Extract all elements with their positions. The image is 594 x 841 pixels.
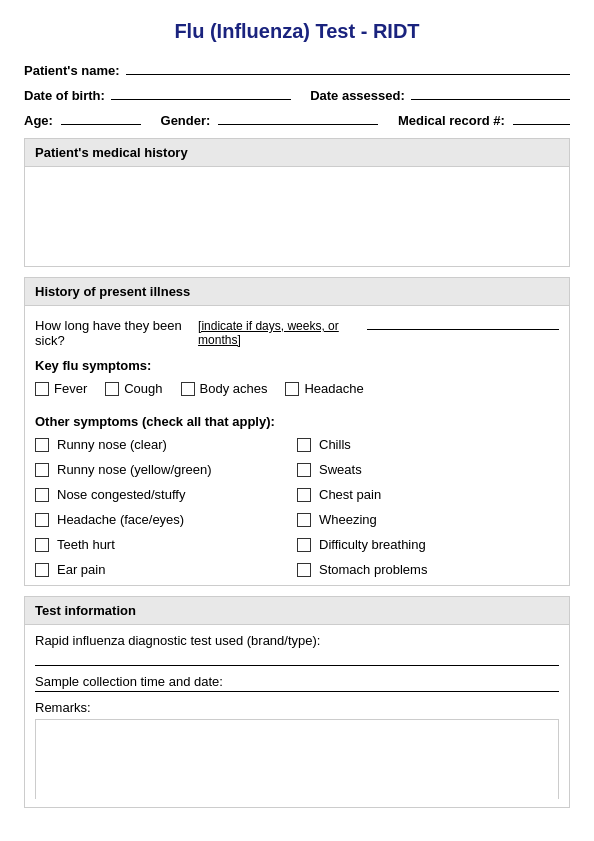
runny-clear-checkbox[interactable] <box>35 438 49 452</box>
medical-history-header: Patient's medical history <box>24 138 570 167</box>
key-symptoms-row: Fever Cough Body aches Headache <box>35 381 559 400</box>
stomach-problems-label: Stomach problems <box>319 562 427 577</box>
sym-sweats[interactable]: Sweats <box>297 462 559 477</box>
remarks-box-container <box>35 719 559 799</box>
ear-pain-checkbox[interactable] <box>35 563 49 577</box>
present-illness-header: History of present illness <box>24 277 570 306</box>
cough-label: Cough <box>124 381 162 396</box>
sym-chest-pain[interactable]: Chest pain <box>297 487 559 502</box>
date-assessed-label: Date assessed: <box>310 88 405 103</box>
rapid-test-input[interactable] <box>35 648 275 663</box>
dob-input[interactable] <box>111 84 291 100</box>
sym-headache-face[interactable]: Headache (face/eyes) <box>35 512 297 527</box>
chills-checkbox[interactable] <box>297 438 311 452</box>
sym-teeth-hurt[interactable]: Teeth hurt <box>35 537 297 552</box>
duration-input[interactable] <box>367 314 559 330</box>
patients-name-input[interactable] <box>126 59 570 75</box>
test-info-header: Test information <box>24 596 570 625</box>
chest-pain-label: Chest pain <box>319 487 381 502</box>
headache-checkbox[interactable] <box>285 382 299 396</box>
sym-difficulty-breathing[interactable]: Difficulty breathing <box>297 537 559 552</box>
body-aches-label: Body aches <box>200 381 268 396</box>
sym-runny-yellow[interactable]: Runny nose (yellow/green) <box>35 462 297 477</box>
wheezing-label: Wheezing <box>319 512 377 527</box>
duration-label: How long have they been sick? <box>35 318 192 348</box>
gender-input[interactable] <box>218 109 378 125</box>
sample-collection-label: Sample collection time and date: <box>35 674 223 689</box>
key-symptoms-label: Key flu symptoms: <box>35 358 559 373</box>
medical-history-textarea[interactable] <box>35 175 559 255</box>
medical-history-body <box>24 167 570 267</box>
present-illness-body: How long have they been sick? [indicate … <box>24 306 570 586</box>
fever-checkbox[interactable] <box>35 382 49 396</box>
key-sym-body-aches[interactable]: Body aches <box>181 381 268 396</box>
rapid-test-label: Rapid influenza diagnostic test used (br… <box>35 633 320 648</box>
rapid-test-row: Rapid influenza diagnostic test used (br… <box>35 633 559 666</box>
sym-stomach-problems[interactable]: Stomach problems <box>297 562 559 577</box>
difficulty-breathing-label: Difficulty breathing <box>319 537 426 552</box>
sample-collection-input[interactable] <box>227 674 467 689</box>
sample-collection-row: Sample collection time and date: <box>35 674 559 692</box>
remarks-textarea[interactable] <box>36 720 558 800</box>
runny-clear-label: Runny nose (clear) <box>57 437 167 452</box>
age-label: Age: <box>24 113 53 128</box>
sym-nose-congested[interactable]: Nose congested/stuffy <box>35 487 297 502</box>
gender-label: Gender: <box>161 113 211 128</box>
sym-ear-pain[interactable]: Ear pain <box>35 562 297 577</box>
wheezing-checkbox[interactable] <box>297 513 311 527</box>
other-symptoms-header: Other symptoms (check all that apply): <box>35 414 559 429</box>
headache-face-label: Headache (face/eyes) <box>57 512 184 527</box>
medical-record-label: Medical record #: <box>398 113 505 128</box>
other-symptoms-left-col: Runny nose (clear) Runny nose (yellow/gr… <box>35 437 297 577</box>
dob-label: Date of birth: <box>24 88 105 103</box>
test-info-body: Rapid influenza diagnostic test used (br… <box>24 625 570 808</box>
fever-label: Fever <box>54 381 87 396</box>
remarks-label: Remarks: <box>35 700 91 715</box>
sym-wheezing[interactable]: Wheezing <box>297 512 559 527</box>
nose-congested-checkbox[interactable] <box>35 488 49 502</box>
runny-yellow-label: Runny nose (yellow/green) <box>57 462 212 477</box>
ear-pain-label: Ear pain <box>57 562 105 577</box>
medical-record-input[interactable] <box>513 109 570 125</box>
chills-label: Chills <box>319 437 351 452</box>
sweats-checkbox[interactable] <box>297 463 311 477</box>
teeth-hurt-label: Teeth hurt <box>57 537 115 552</box>
key-sym-headache[interactable]: Headache <box>285 381 363 396</box>
headache-face-checkbox[interactable] <box>35 513 49 527</box>
runny-yellow-checkbox[interactable] <box>35 463 49 477</box>
other-symptoms-grid: Runny nose (clear) Runny nose (yellow/gr… <box>35 437 559 577</box>
difficulty-breathing-checkbox[interactable] <box>297 538 311 552</box>
duration-hint: [indicate if days, weeks, or months] <box>198 319 361 347</box>
teeth-hurt-checkbox[interactable] <box>35 538 49 552</box>
patients-name-label: Patient's name: <box>24 63 120 78</box>
date-assessed-input[interactable] <box>411 84 570 100</box>
other-symptoms-right-col: Chills Sweats Chest pain Wheezing Diffic… <box>297 437 559 577</box>
headache-label: Headache <box>304 381 363 396</box>
nose-congested-label: Nose congested/stuffy <box>57 487 185 502</box>
key-sym-cough[interactable]: Cough <box>105 381 162 396</box>
chest-pain-checkbox[interactable] <box>297 488 311 502</box>
stomach-problems-checkbox[interactable] <box>297 563 311 577</box>
sweats-label: Sweats <box>319 462 362 477</box>
remarks-row: Remarks: <box>35 700 559 715</box>
key-sym-fever[interactable]: Fever <box>35 381 87 396</box>
body-aches-checkbox[interactable] <box>181 382 195 396</box>
sym-runny-clear[interactable]: Runny nose (clear) <box>35 437 297 452</box>
cough-checkbox[interactable] <box>105 382 119 396</box>
age-input[interactable] <box>61 109 141 125</box>
page-title: Flu (Influenza) Test - RIDT <box>24 20 570 43</box>
sym-chills[interactable]: Chills <box>297 437 559 452</box>
